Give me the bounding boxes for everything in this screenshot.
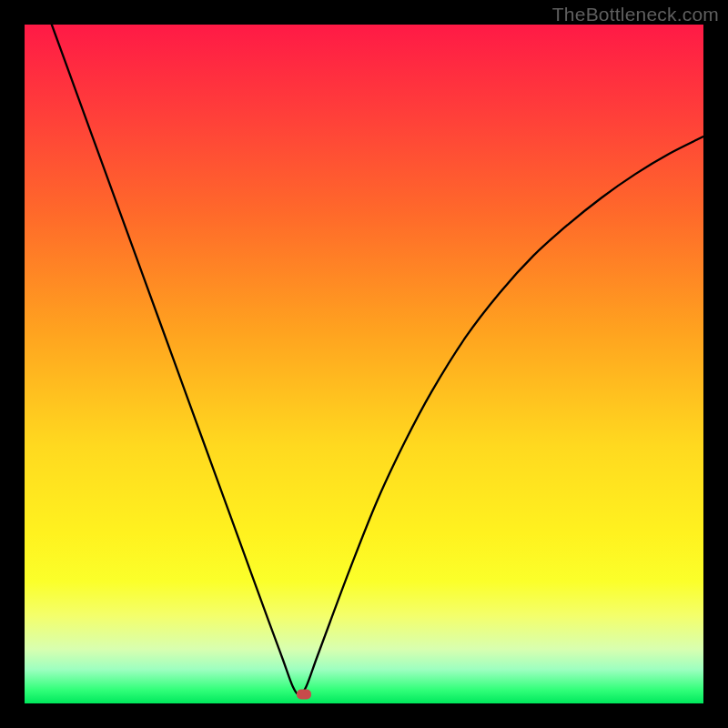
minimum-marker [297,690,311,700]
watermark-text: TheBottleneck.com [552,4,719,25]
curve-path [52,25,703,695]
bottleneck-curve [25,25,703,703]
plot-area [25,25,703,703]
outer-frame: TheBottleneck.com [0,0,728,728]
